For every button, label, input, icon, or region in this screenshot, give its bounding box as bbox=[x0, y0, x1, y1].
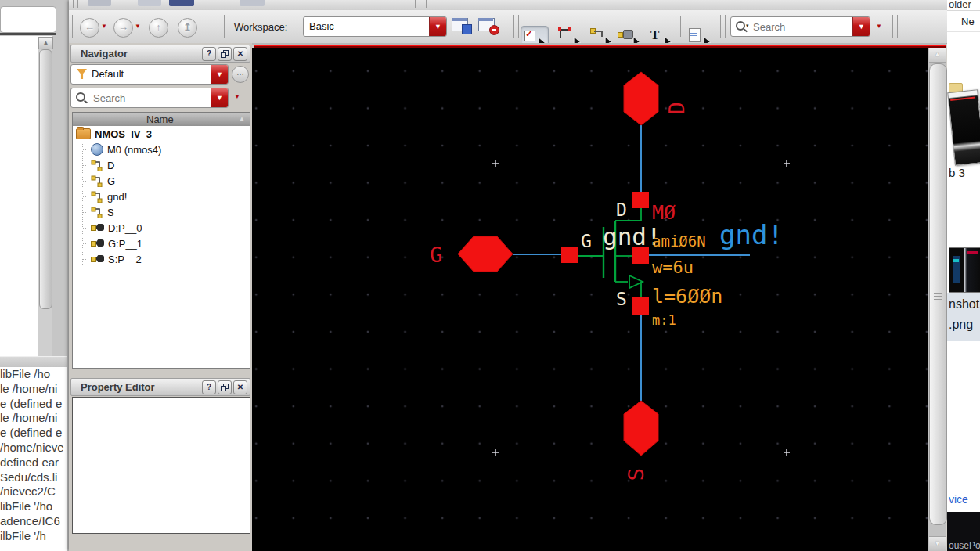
tree-item-net[interactable]: S bbox=[73, 204, 250, 220]
tree-item-pin[interactable]: D:P__0 bbox=[73, 220, 250, 236]
drain-terminal-square[interactable] bbox=[632, 192, 649, 208]
help-button[interactable]: ? bbox=[202, 47, 216, 61]
name-column-header[interactable]: Name ▲ bbox=[72, 112, 250, 128]
toolbar-search[interactable]: ▾ ▼ bbox=[730, 16, 870, 37]
property-editor-content[interactable] bbox=[72, 397, 250, 534]
tree-item-net[interactable]: gnd! bbox=[73, 189, 250, 204]
screen: ▲ libFile /ho le /home/ni e (defined e l… bbox=[0, 0, 980, 551]
toolbar-grip[interactable] bbox=[224, 15, 229, 38]
toolbar-grip[interactable] bbox=[513, 15, 519, 38]
model-name-label[interactable]: amiØ6N bbox=[652, 232, 706, 250]
tree-guide bbox=[83, 196, 90, 197]
terminal-label-d: D bbox=[616, 200, 627, 220]
navigator-search-options-icon[interactable]: ▼ bbox=[234, 93, 240, 100]
file-thumbnail[interactable] bbox=[947, 89, 980, 166]
back-button[interactable]: ← bbox=[80, 18, 99, 38]
toolbar-icon-partial[interactable] bbox=[169, 0, 194, 6]
property-editor-titlebar[interactable]: Property Editor ? ✕ bbox=[70, 378, 250, 396]
sort-ascending-icon[interactable]: ▲ bbox=[239, 115, 245, 122]
ciw-log-text: libFile /ho le /home/ni e (defined e le … bbox=[0, 367, 67, 551]
scrollbar-thumb[interactable] bbox=[39, 49, 52, 309]
toolbar-grip[interactable] bbox=[720, 15, 726, 38]
toolbar-icon-partial[interactable] bbox=[88, 0, 111, 6]
filter-more-button[interactable]: … bbox=[232, 66, 249, 83]
search-icon bbox=[736, 21, 745, 31]
back-dropdown-icon[interactable]: ▼ bbox=[101, 23, 107, 30]
scroll-up-icon[interactable]: ▲ bbox=[929, 48, 946, 63]
mult-annotation[interactable]: m:1 bbox=[652, 312, 676, 328]
go-to-top-button[interactable]: ↥ bbox=[178, 18, 197, 38]
search-dropdown-icon[interactable]: ▼ bbox=[211, 88, 228, 107]
virtuoso-window: ← ▼ → ▼ ↑ ↥ Workspace: Basic ▼ bbox=[69, 0, 947, 551]
tree-item-net[interactable]: G bbox=[73, 173, 250, 189]
toolbar-grip[interactable] bbox=[892, 15, 898, 38]
file-thumbnail[interactable] bbox=[949, 247, 980, 293]
save-workspace-button[interactable] bbox=[452, 17, 472, 34]
thumbnail-detail bbox=[950, 97, 975, 101]
tree-item-pin[interactable]: S:P__2 bbox=[73, 251, 250, 267]
toolbar-grip[interactable] bbox=[72, 15, 77, 38]
scroll-up-icon[interactable]: ▲ bbox=[38, 37, 53, 49]
background-scrollbar[interactable]: ▲ bbox=[38, 37, 52, 356]
source-terminal-square[interactable] bbox=[632, 297, 649, 315]
log-line: ilbFile '/h bbox=[0, 529, 67, 544]
toolbar-search-input[interactable] bbox=[751, 19, 841, 34]
close-button[interactable]: ✕ bbox=[233, 47, 247, 61]
gate-terminal-square[interactable] bbox=[561, 247, 578, 263]
navigator-title: Navigator bbox=[81, 48, 128, 59]
toolbar-grip[interactable] bbox=[73, 0, 78, 8]
toolbar-separator bbox=[415, 0, 416, 8]
workspace-dropdown-icon[interactable]: ▼ bbox=[429, 17, 446, 36]
terminal-squares[interactable] bbox=[561, 192, 649, 315]
window-titlebar-icon bbox=[478, 18, 493, 21]
pin-hexagon-g[interactable] bbox=[458, 236, 513, 272]
workspace-combo[interactable]: Basic ▼ bbox=[303, 16, 447, 37]
search-icon bbox=[76, 92, 85, 102]
navigator-search[interactable]: ▼ bbox=[70, 88, 229, 108]
tree-item-instance[interactable]: M0 (nmos4) bbox=[73, 142, 250, 157]
scrollbar-thumb[interactable] bbox=[929, 63, 947, 525]
navigator-search-input[interactable] bbox=[92, 90, 181, 106]
tree-item-label: S bbox=[107, 207, 114, 218]
tree-item-cell[interactable]: NMOS_IV_3 bbox=[73, 126, 250, 142]
tree-item-pin[interactable]: G:P__1 bbox=[73, 236, 250, 251]
scroll-down-icon[interactable]: ▼ bbox=[929, 536, 946, 551]
tree-guide bbox=[83, 259, 90, 260]
navigator-titlebar[interactable]: Navigator ? ✕ bbox=[70, 45, 250, 63]
toolbar-icon-partial[interactable] bbox=[138, 0, 161, 6]
filter-dropdown-icon[interactable]: ▼ bbox=[211, 65, 228, 84]
pins[interactable] bbox=[458, 72, 658, 456]
pin-hexagon-s[interactable] bbox=[624, 401, 658, 456]
schematic-canvas[interactable]: D MØ G gnd! amiØ6N gnd! w=6u S l=6ØØn m:… bbox=[252, 48, 928, 551]
property-editor-panel: Property Editor ? ✕ bbox=[69, 378, 252, 551]
search-caret-icon: ▾ bbox=[746, 23, 749, 29]
gnd-net-label[interactable]: gnd! bbox=[719, 219, 784, 250]
instance-name-label[interactable]: MØ bbox=[652, 201, 676, 224]
canvas-vertical-scrollbar[interactable]: ▲ ▼ bbox=[928, 48, 946, 551]
up-button[interactable]: ↑ bbox=[149, 18, 168, 38]
search-options-icon[interactable]: ▼ bbox=[876, 23, 882, 30]
workspace-label: Workspace: bbox=[234, 21, 287, 33]
width-annotation[interactable]: w=6u bbox=[652, 257, 694, 277]
revert-workspace-button[interactable] bbox=[478, 17, 499, 34]
background-text-partial: ousePor bbox=[949, 540, 980, 551]
length-annotation[interactable]: l=6ØØn bbox=[652, 285, 722, 308]
close-button[interactable]: ✕ bbox=[233, 380, 247, 394]
float-button[interactable] bbox=[218, 380, 232, 394]
toolbar-separator bbox=[680, 16, 681, 37]
navigator-filter-combo[interactable]: Default ▼ bbox=[70, 64, 229, 85]
thumbnail-detail bbox=[967, 251, 978, 254]
wire[interactable] bbox=[513, 125, 750, 402]
tree-item-net[interactable]: D bbox=[73, 157, 250, 173]
search-dropdown-icon[interactable]: ▼ bbox=[852, 17, 870, 36]
log-line: adence/IC6 bbox=[0, 514, 67, 529]
help-button[interactable]: ? bbox=[202, 380, 216, 394]
toolbar-grip[interactable] bbox=[426, 0, 431, 8]
toolbar-icon-partial[interactable] bbox=[240, 0, 265, 6]
forward-dropdown-icon[interactable]: ▼ bbox=[135, 23, 141, 30]
forward-button[interactable]: → bbox=[113, 18, 133, 38]
link-label-partial[interactable]: vice bbox=[949, 493, 980, 506]
pin-hexagon-d[interactable] bbox=[624, 72, 658, 125]
tree-item-label: D:P__0 bbox=[108, 222, 142, 234]
float-button[interactable] bbox=[218, 47, 232, 61]
